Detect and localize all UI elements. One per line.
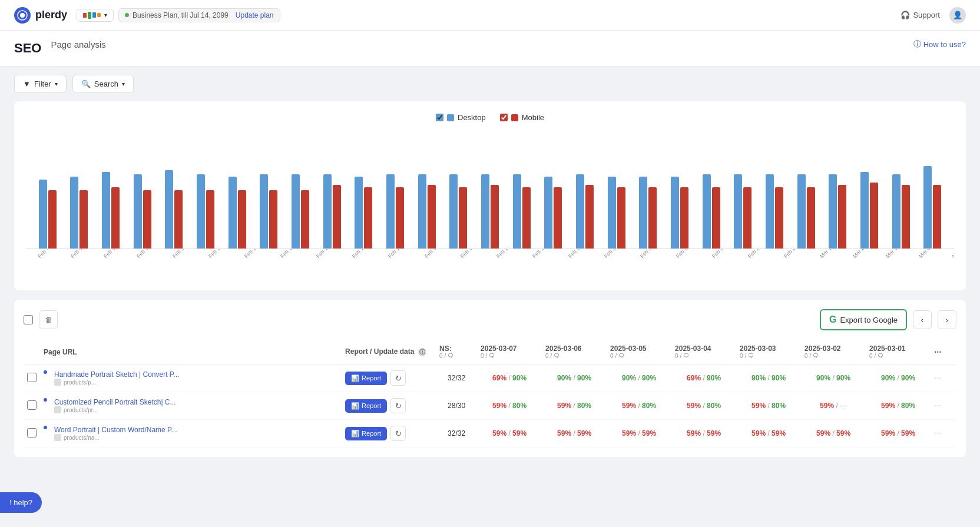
chart-wrapper: Feb 7, 2025Feb 8, 2025Feb 9, 2025Feb 10,… [26, 131, 954, 284]
filter-button[interactable]: ▼ Filter ▾ [14, 75, 67, 93]
mobile-label: Mobile [522, 113, 544, 122]
col-url-header: Page URL [40, 340, 342, 364]
logo-text: plerdy [35, 9, 67, 21]
more-icon[interactable]: ⋯ [934, 374, 941, 382]
chart-date-label: Feb 19, 2025 [459, 249, 502, 276]
delete-button[interactable]: 🗑 [39, 310, 58, 329]
score-val: 69% [687, 374, 701, 382]
col-date5-header: 2025-03-03 0 / 🗨 [736, 340, 801, 364]
row-url-path: products/p... [54, 379, 179, 386]
report-button[interactable]: 📊 Report [345, 427, 387, 440]
score-val: 90% [901, 374, 915, 382]
score-val: 59% [901, 429, 915, 437]
bar-desktop [102, 172, 110, 248]
chart-group [759, 174, 790, 248]
update-plan-link[interactable]: Update plan [236, 11, 274, 19]
prev-page-button[interactable]: ‹ [913, 310, 932, 329]
bar-desktop [323, 174, 332, 248]
bar-desktop [544, 177, 552, 248]
row-checkbox-2[interactable] [27, 400, 37, 410]
mobile-checkbox[interactable] [500, 114, 508, 121]
bar-mobile [174, 190, 183, 248]
refresh-button[interactable]: ↻ [390, 398, 406, 413]
chart-group [916, 166, 948, 248]
chevron-down-icon: ▾ [55, 81, 58, 87]
row-url-title[interactable]: Handmade Portrait Sketch | Convert P... [54, 370, 179, 379]
filter-icon: ▼ [23, 79, 31, 88]
table-header: Page URL Report / Update data ⓘ NS: 0 / … [24, 340, 956, 364]
more-icon[interactable]: ⋯ [934, 429, 941, 437]
score-val: 59% [557, 429, 571, 437]
bar-mobile [459, 187, 467, 248]
url-path-text: products/pr... [64, 407, 98, 413]
desktop-checkbox[interactable] [436, 114, 443, 121]
col-date2-header: 2025-03-06 0 / 🗨 [542, 340, 607, 364]
col-more-header: ⋯ [931, 340, 956, 364]
score-val: 90% [557, 374, 571, 382]
row-more[interactable]: ⋯ [931, 420, 956, 448]
chart-date-label: Feb 26, 2025 [711, 249, 754, 276]
support-button[interactable]: 🎧 Support [900, 11, 940, 19]
plan-status-dot [125, 13, 129, 17]
desktop-color-dot [447, 114, 454, 121]
score-val: 59% [512, 429, 527, 437]
score-val: 59% [622, 429, 636, 437]
bar-desktop [671, 177, 679, 248]
score-val: 59% [772, 429, 786, 437]
user-avatar-button[interactable]: 👤 [949, 7, 966, 24]
headphones-icon: 🎧 [900, 11, 910, 19]
score-val: — [840, 402, 847, 410]
chart-group [32, 180, 64, 248]
how-to-use-link[interactable]: ⓘ How to use? [913, 39, 966, 58]
row-checkbox-1[interactable] [27, 373, 37, 382]
row-more[interactable]: ⋯ [931, 392, 956, 420]
score-val: 90% [577, 374, 591, 382]
export-label: Export to Google [840, 316, 898, 324]
report-info-icon[interactable]: ⓘ [418, 348, 426, 356]
score-val: 59% [622, 402, 636, 410]
user-icon: 👤 [953, 11, 962, 19]
chart-group [569, 174, 601, 248]
refresh-button[interactable]: ↻ [390, 426, 406, 441]
row-indicator [44, 398, 47, 402]
score-val: 59% [751, 429, 766, 437]
bar-desktop [355, 177, 363, 248]
plan-text: Business Plan, till Jul 14, 2099 [133, 11, 229, 19]
report-button[interactable]: 📊 Report [345, 372, 387, 385]
next-page-button[interactable]: › [938, 310, 956, 329]
row-more[interactable]: ⋯ [931, 364, 956, 392]
bar-mobile [617, 187, 625, 248]
chart-group [853, 172, 885, 248]
chevron-right-icon: › [946, 316, 948, 324]
refresh-button[interactable]: ↻ [390, 370, 406, 386]
col-date7-header: 2025-03-01 0 / 🗨 [866, 340, 931, 364]
chart-icon: 📊 [351, 430, 359, 437]
select-all-checkbox[interactable] [24, 315, 33, 324]
header-right: 🎧 Support 👤 [900, 7, 966, 24]
chart-date-label: Feb 18, 2025 [423, 249, 466, 276]
export-to-google-button[interactable]: G Export to Google [820, 309, 907, 330]
report-button[interactable]: 📊 Report [345, 399, 387, 413]
row-url-title[interactable]: Customized Pencil Portrait Sketch| C... [54, 398, 176, 406]
bar-desktop [608, 177, 616, 248]
search-button[interactable]: 🔍 Search ▾ [72, 75, 134, 93]
more-icon[interactable]: ⋯ [934, 402, 941, 410]
chart-date-label: Feb 12, 2025 [207, 249, 250, 276]
bar-desktop [797, 174, 806, 248]
bar-mobile [491, 185, 499, 248]
bar-desktop [892, 174, 900, 248]
chart-card: Desktop Mobile Feb 7, 2025Feb 8, 2025Feb… [14, 101, 966, 290]
website-selector[interactable]: ▾ [77, 9, 114, 22]
bar-desktop [260, 174, 268, 248]
row-checkbox-3[interactable] [27, 428, 37, 437]
bar-mobile [206, 190, 214, 248]
chart-group [885, 174, 917, 248]
row-url-title[interactable]: Word Portrait | Custom Word/Name P... [54, 426, 177, 434]
ns-value: 32/32 [448, 374, 465, 382]
score-val: 90% [836, 374, 850, 382]
bar-mobile [743, 187, 751, 248]
bar-mobile [301, 190, 309, 248]
score-val: 80% [772, 402, 786, 410]
bar-mobile [238, 190, 246, 248]
legend-mobile: Mobile [500, 113, 544, 122]
